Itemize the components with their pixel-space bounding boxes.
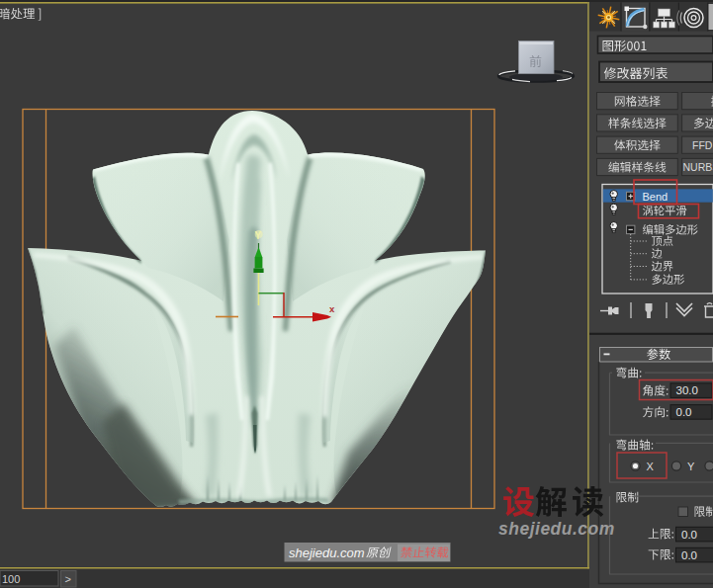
svg-text:0.0: 0.0	[681, 529, 697, 541]
svg-text:shejiedu.com: shejiedu.com	[498, 519, 615, 539]
svg-text:0.0: 0.0	[676, 406, 692, 418]
svg-text:Bend: Bend	[643, 191, 668, 203]
svg-text:shejiedu.com: shejiedu.com	[289, 546, 365, 560]
svg-text:0.0: 0.0	[681, 549, 697, 561]
svg-text:FFD 2x2x2: FFD 2x2x2	[692, 139, 713, 151]
svg-text:Y: Y	[687, 461, 695, 472]
svg-text:30.0: 30.0	[676, 384, 698, 396]
svg-text:X: X	[647, 461, 655, 472]
svg-text:NURBS: NURBS	[683, 161, 713, 173]
svg-text:>: >	[65, 573, 71, 585]
svg-text:100: 100	[2, 573, 20, 585]
svg-text:x: x	[329, 303, 335, 314]
